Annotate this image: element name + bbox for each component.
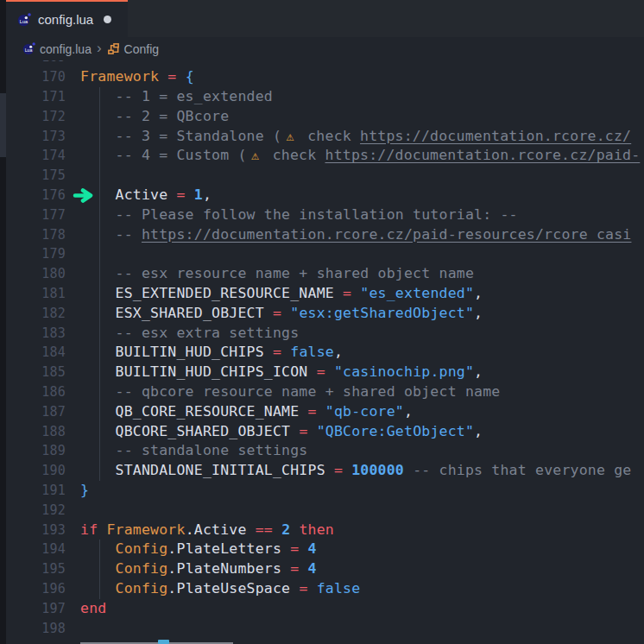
- code-token: =: [177, 186, 186, 203]
- line-number[interactable]: 169: [6, 60, 66, 67]
- line-number[interactable]: 192: [6, 501, 66, 521]
- code-line[interactable]: [6, 638, 644, 644]
- url-link[interactable]: https://documentation.rcore.cz/paid-reso…: [142, 226, 632, 243]
- line-number[interactable]: 170: [6, 67, 66, 87]
- code-line[interactable]: 170Framework = {: [6, 67, 644, 87]
- code-line[interactable]: 196 Config.PlateUseSpace = false: [6, 579, 644, 599]
- code-line[interactable]: 188 QBCORE_SHARED_OBJECT = "QBCore:GetOb…: [6, 422, 644, 442]
- code-line[interactable]: 187 QB_CORE_RESOURCE_NAME = "qb-core",: [6, 402, 644, 422]
- code-line[interactable]: 175: [6, 166, 644, 186]
- line-number[interactable]: 191: [6, 481, 66, 501]
- line-number[interactable]: 182: [6, 304, 66, 324]
- line-number[interactable]: 185: [6, 363, 66, 382]
- code-line[interactable]: 183 -- esx extra settings: [6, 324, 644, 344]
- code-token: [290, 423, 299, 439]
- code-token: =: [308, 403, 317, 420]
- line-number[interactable]: 183: [6, 324, 66, 344]
- code-token: ES_EXTENDED_RESOURCE_NAME: [116, 285, 334, 301]
- line-number[interactable]: 194: [6, 540, 66, 559]
- code-line[interactable]: 186 -- qbcore resource name + shared obj…: [6, 382, 644, 402]
- code-line[interactable]: 191}: [6, 481, 644, 501]
- breadcrumb-item-file[interactable]: Lua config.lua: [22, 42, 92, 56]
- code-line[interactable]: 172 -- 2 = QBcore: [6, 107, 644, 127]
- line-number[interactable]: 177: [6, 205, 66, 225]
- line-number[interactable]: 172: [6, 107, 66, 127]
- indent-guide: [99, 579, 100, 599]
- code-text: -- esx resource name + shared object nam…: [66, 264, 474, 284]
- code-editor[interactable]: 169170Framework = {171 -- 1 = es_extende…: [6, 60, 644, 644]
- code-line[interactable]: 181 ES_EXTENDED_RESOURCE_NAME = "es_exte…: [6, 284, 644, 304]
- modified-dot-icon[interactable]: [104, 16, 111, 23]
- indent-guide: [99, 363, 100, 382]
- code-line[interactable]: 182 ESX_SHARED_OBJECT = "esx:getSharedOb…: [6, 304, 644, 324]
- code-line[interactable]: 190 STANDALONE_INITIAL_CHIPS = 100000 --…: [6, 461, 644, 481]
- code-line[interactable]: 169: [6, 60, 644, 67]
- code-token: [317, 403, 325, 420]
- line-number[interactable]: 186: [6, 382, 66, 402]
- code-token: if: [80, 521, 98, 538]
- code-token: -- 1 = es_extended: [116, 88, 273, 104]
- line-number[interactable]: 184: [6, 343, 66, 363]
- code-token: .: [167, 540, 176, 557]
- code-line[interactable]: 193if Framework.Active == 2 then: [6, 521, 644, 540]
- line-number[interactable]: 181: [6, 284, 66, 304]
- line-number[interactable]: 178: [6, 225, 66, 245]
- code-line[interactable]: 198: [6, 619, 644, 639]
- code-line[interactable]: 194 Config.PlateLetters = 4: [6, 540, 644, 559]
- code-token: [167, 186, 176, 203]
- code-line[interactable]: 184 BUILTIN_HUD_CHIPS = false,: [6, 343, 644, 363]
- code-line[interactable]: 173 -- 3 = Standalone (⚠ check https://d…: [6, 127, 644, 147]
- url-link[interactable]: https://documentation.rcore.cz/: [360, 128, 631, 144]
- code-line[interactable]: 192: [6, 501, 644, 521]
- line-number[interactable]: 188: [6, 422, 66, 442]
- indent-guide: [99, 87, 100, 107]
- code-token: -- 3 = Standalone (: [116, 128, 282, 144]
- line-number[interactable]: 190: [6, 461, 66, 481]
- code-text: -- 2 = QBcore: [66, 107, 229, 127]
- code-line[interactable]: 195 Config.PlateNumbers = 4: [6, 559, 644, 579]
- tab-bar: Lua config.lua: [6, 0, 644, 37]
- line-number[interactable]: 175: [6, 166, 66, 186]
- code-token: [186, 186, 194, 203]
- code-text: Config.PlateLetters = 4: [66, 540, 317, 559]
- code-line[interactable]: 185 BUILTIN_HUD_CHIPS_ICON = "casinochip…: [6, 363, 644, 382]
- line-number[interactable]: [6, 638, 66, 644]
- code-token: false: [317, 580, 361, 597]
- code-token: QB_CORE_RESOURCE_NAME: [116, 403, 300, 420]
- line-number[interactable]: 174: [6, 146, 66, 166]
- indent-guide: [99, 107, 100, 127]
- line-number[interactable]: 193: [6, 521, 66, 540]
- code-line[interactable]: 171 -- 1 = es_extended: [6, 87, 644, 107]
- line-number[interactable]: 189: [6, 441, 66, 461]
- line-number[interactable]: 187: [6, 402, 66, 422]
- code-text: ESX_SHARED_OBJECT = "esx:getSharedObject…: [66, 304, 483, 324]
- line-number[interactable]: 195: [6, 559, 66, 579]
- code-token: check: [264, 147, 325, 163]
- code-line[interactable]: 174 -- 4 = Custom (⚠ check https://docum…: [6, 146, 644, 166]
- code-token: -- standalone settings: [116, 442, 308, 458]
- code-token: [80, 285, 116, 301]
- line-number[interactable]: 171: [6, 87, 66, 107]
- breadcrumb-item-symbol[interactable]: Config: [107, 42, 159, 56]
- line-number[interactable]: 179: [6, 244, 66, 264]
- code-line[interactable]: 197end: [6, 599, 644, 619]
- code-line[interactable]: 176 Active = 1,: [6, 186, 644, 205]
- code-line[interactable]: 177 -- Please follow the installation tu…: [6, 205, 644, 225]
- code-line[interactable]: 178 -- https://documentation.rcore.cz/pa…: [6, 225, 644, 245]
- line-number[interactable]: 196: [6, 579, 66, 599]
- line-number[interactable]: 180: [6, 264, 66, 284]
- code-token: "QBCore:GetObject": [317, 423, 474, 439]
- code-token: STANDALONE_INITIAL_CHIPS: [116, 462, 325, 478]
- url-link[interactable]: https://documentation.rcore.cz/paid-: [325, 147, 641, 163]
- tab-config-lua[interactable]: Lua config.lua: [6, 0, 128, 37]
- sidebar-scrollbar-thumb[interactable]: [0, 93, 6, 157]
- line-number[interactable]: 197: [6, 599, 66, 619]
- code-line[interactable]: 179: [6, 244, 644, 264]
- line-number[interactable]: 173: [6, 127, 66, 147]
- code-token: -- esx extra settings: [116, 325, 300, 341]
- code-line[interactable]: 189 -- standalone settings: [6, 441, 644, 461]
- line-number[interactable]: 198: [6, 619, 66, 639]
- code-line[interactable]: 180 -- esx resource name + shared object…: [6, 264, 644, 284]
- line-number[interactable]: 176: [6, 186, 66, 205]
- code-text: -- esx extra settings: [66, 324, 299, 344]
